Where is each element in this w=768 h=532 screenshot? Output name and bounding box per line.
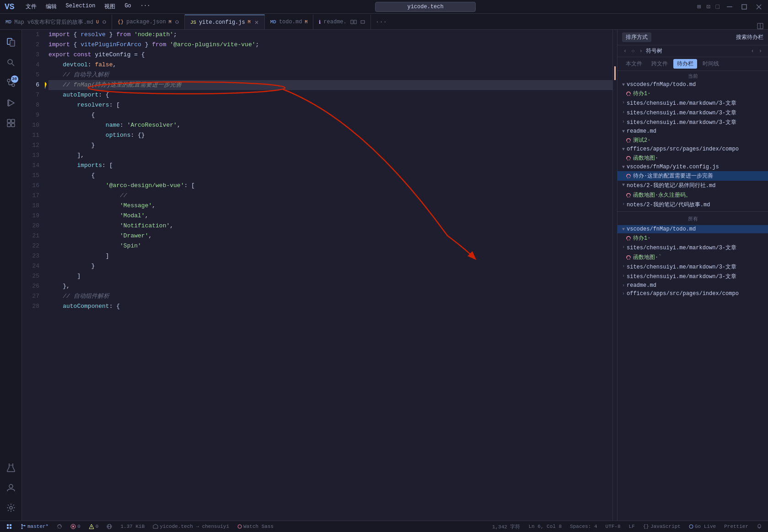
menu-go[interactable]: Go <box>121 2 134 11</box>
status-watch-sass[interactable]: Watch Sass <box>236 524 275 529</box>
line-num-10: 10 <box>22 120 39 130</box>
arrow-icon-5: ▼ <box>622 129 625 134</box>
scrollbar[interactable] <box>612 30 617 521</box>
current-item-notes-code[interactable]: › notes/2-我的笔记/代码故事.md <box>618 200 768 210</box>
activity-run[interactable] <box>2 94 20 112</box>
warning-icon <box>89 524 94 529</box>
menu-edit[interactable]: 编辑 <box>42 2 60 11</box>
activity-scm[interactable]: 30 <box>2 74 20 92</box>
code-line-18: 'Message' , <box>48 201 612 211</box>
tab-pending[interactable]: 待办栏 <box>673 59 697 69</box>
todo-item-yiban[interactable]: 函数地图·永久注册码。 <box>618 190 768 200</box>
current-item-readme[interactable]: ▼ readme.md <box>618 127 768 135</box>
status-filesize[interactable]: 1.37 KiB <box>119 524 146 529</box>
todo-item-readme[interactable]: 测试2· <box>618 135 768 145</box>
todo-item-1[interactable]: 待办1· <box>618 89 768 98</box>
layout-icon[interactable]: ⊞ <box>697 3 701 11</box>
panel-layout-icon[interactable] <box>752 23 768 29</box>
status-warnings[interactable]: 0 <box>87 524 100 529</box>
app-logo: VS <box>5 2 15 11</box>
all-item-readme[interactable]: › readme.md <box>618 281 768 290</box>
status-golive[interactable]: Go Live <box>687 524 717 529</box>
tab-overflow-button[interactable]: ··· <box>371 15 392 29</box>
activity-account[interactable] <box>2 478 20 497</box>
sort-button[interactable]: 排序方式 <box>622 32 651 42</box>
status-line-ending[interactable]: LF <box>628 524 636 529</box>
menu-selection[interactable]: Selection <box>62 2 99 11</box>
tab-vite-close-icon[interactable] <box>254 20 259 25</box>
maximize-icon[interactable]: □ <box>716 3 720 11</box>
status-bell[interactable] <box>755 524 763 529</box>
code-editor[interactable]: import { resolve } from 'node:path' ; im… <box>45 30 612 521</box>
search-pending-button[interactable]: 搜索待办栏 <box>736 33 763 41</box>
current-item-sites1[interactable]: › sites/chensuiyi.me/markdown/3-文章 <box>618 98 768 108</box>
code-line-4: devtool : false , <box>48 60 612 70</box>
current-item-offices[interactable]: ▼ offices/apps/src/pages/index/compo <box>618 145 768 153</box>
restore-window-icon[interactable] <box>741 4 747 10</box>
svg-point-27 <box>9 484 13 488</box>
current-item-vite-config[interactable]: ▼ vscodes/fnMap/yite.config.js <box>618 163 768 171</box>
status-encoding[interactable]: UTF-8 <box>604 524 622 529</box>
activity-flask[interactable] <box>2 458 20 477</box>
tab-vite-modifier: M <box>248 20 251 25</box>
status-prettier[interactable]: Prettier <box>723 524 750 529</box>
menu-view[interactable]: 视图 <box>101 2 119 11</box>
line-num-12: 12 <box>22 140 39 150</box>
current-item-notes-yiban[interactable]: ▼ notes/2-我的笔记/易伴同行社.md <box>618 181 768 190</box>
current-item-sites3[interactable]: › sites/chensuiyi.me/markdown/3-文章 <box>618 118 768 127</box>
svg-point-17 <box>7 79 10 82</box>
close-window-icon[interactable] <box>756 4 762 10</box>
all-item-sites3[interactable]: › sites/chensuiyi.me/markdown/3-文章 <box>618 272 768 281</box>
status-charcount[interactable]: 1,342 字符 <box>491 523 522 530</box>
symbol-next-button[interactable]: › <box>638 48 644 55</box>
symbol-nav-next2[interactable]: › <box>757 48 763 55</box>
all-item-todo-md[interactable]: ▼ vscodes/fnMap/todo.md <box>618 225 768 233</box>
bulb-icon[interactable]: 💡 <box>45 81 48 91</box>
symbol-nav-prev2[interactable]: ‹ <box>750 48 756 55</box>
tab-timeline[interactable]: 时间线 <box>699 59 723 69</box>
all-todo-fn-map[interactable]: 函数地图·` <box>618 253 768 262</box>
todo-item-vite-selected[interactable]: 待办·这里的配置需要进一步完善 <box>618 171 768 181</box>
tab-vite[interactable]: JS yite.config.js M <box>185 15 265 29</box>
status-language[interactable]: {} JavaScript <box>642 524 682 529</box>
status-vscode-icon[interactable] <box>5 523 14 530</box>
symbol-circle-button[interactable]: ○ <box>630 48 636 55</box>
status-position[interactable]: Ln 6, Col 8 <box>527 524 563 529</box>
search-box[interactable]: yicode.tech <box>375 2 476 12</box>
tab-readme[interactable]: ℹ readme. <box>313 15 371 29</box>
tab-todo-modifier: M <box>305 20 307 25</box>
tab-readme-label: readme. <box>323 19 346 25</box>
all-item-sites2[interactable]: › sites/chensuiyi.me/markdown/3-文章 <box>618 262 768 272</box>
status-site[interactable]: yicode.tech → chensuiyi <box>151 524 231 529</box>
status-spaces[interactable]: Spaces: 4 <box>569 524 598 529</box>
activity-extensions[interactable] <box>2 114 20 132</box>
statusbar: master* 0 0 1.37 KiB <box>0 521 768 532</box>
all-item-offices[interactable]: › offices/apps/src/pages/index/compo <box>618 290 768 298</box>
status-network[interactable] <box>105 524 113 529</box>
tab-cross-file[interactable]: 跨文件 <box>648 59 671 69</box>
activity-settings[interactable] <box>2 499 20 517</box>
tab-todo[interactable]: MD todo.md M <box>265 15 314 29</box>
arrow-icon-2: › <box>622 100 625 105</box>
tab-map[interactable]: MD Map v6发布和它背后的故事.md U <box>0 15 112 29</box>
activity-search[interactable] <box>2 54 20 72</box>
tab-bar: MD Map v6发布和它背后的故事.md U {} package.json … <box>0 14 768 30</box>
activity-explorer[interactable] <box>2 33 20 52</box>
status-errors[interactable]: 0 <box>69 524 82 529</box>
line-num-17: 17 <box>22 191 39 201</box>
current-item-todo-md[interactable]: ▼ vscodes/fnMap/todo.md <box>618 81 768 89</box>
split-icon[interactable]: ⊡ <box>706 3 710 11</box>
all-item-sites1[interactable]: › sites/chensuiyi.me/markdown/3-文章 <box>618 243 768 253</box>
todo-item-offices[interactable]: 函数地图· <box>618 153 768 163</box>
current-item-sites2[interactable]: › sites/chensuiyi.me/markdown/3-文章 <box>618 108 768 118</box>
all-todo-item-1[interactable]: 待办1· <box>618 233 768 243</box>
symbol-prev-button[interactable]: ‹ <box>622 48 628 55</box>
menu-file[interactable]: 文件 <box>22 2 40 11</box>
minimize-window-icon[interactable] <box>727 4 732 10</box>
code-line-10: name : 'ArcoResolver' , <box>48 120 612 130</box>
tab-package[interactable]: {} package.json M <box>112 15 185 29</box>
status-sync[interactable] <box>55 524 64 529</box>
menu-more[interactable]: ··· <box>137 2 154 11</box>
status-branch[interactable]: master* <box>19 524 50 529</box>
tab-current-file[interactable]: 本文件 <box>622 59 646 69</box>
